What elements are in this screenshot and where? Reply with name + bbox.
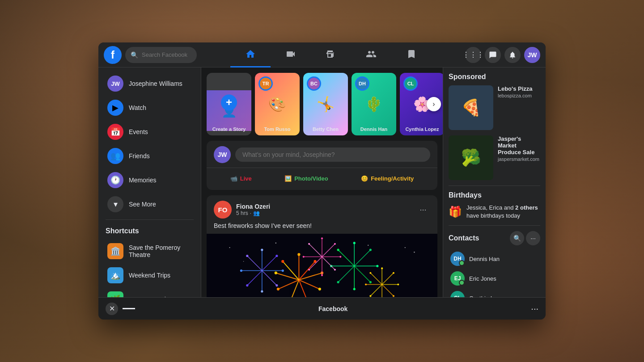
contacts-title: Contacts [449, 234, 508, 242]
story-create[interactable]: 👤 + Create a Story [207, 73, 251, 135]
live-icon: 📹 [230, 175, 237, 182]
svg-point-91 [334, 243, 336, 245]
svg-point-47 [246, 284, 248, 286]
svg-point-94 [321, 274, 323, 276]
watch-icon: ▶ [107, 100, 123, 116]
birthdays-title: Birthdays [449, 191, 540, 199]
svg-point-90 [321, 237, 323, 239]
feed-post-1: FO Fiona Ozeri 5 hrs · 👥 ··· Best firewo… [207, 195, 437, 297]
create-story-plus: + [221, 94, 237, 110]
svg-point-60 [376, 265, 378, 267]
tab-gaming[interactable] [391, 42, 432, 67]
video-icon [285, 49, 296, 59]
ad-jaspers[interactable]: 🥦 Jasper's Market Produce Sale jaspersma… [449, 135, 540, 180]
contacts-search-button[interactable]: 🔍 [510, 231, 524, 245]
svg-point-65 [337, 249, 339, 251]
live-button[interactable]: 📹 Live [225, 173, 257, 185]
shortcut-jaspers[interactable]: 🌿 Jasper's Market [102, 288, 197, 297]
left-sidebar: JW Josephine Williams ▶ Watch 📅 Events 👥… [98, 67, 201, 297]
post-time: 5 hrs [236, 210, 248, 216]
search-bar[interactable]: 🔍 [125, 47, 197, 63]
see-more-button-1[interactable]: ▾ See More [102, 193, 197, 216]
contact-dennis[interactable]: DH Dennis Han [449, 249, 540, 269]
story-betty-label: Betty Chen [303, 126, 348, 132]
close-button[interactable]: ✕ [106, 303, 118, 315]
contact-eric[interactable]: EJ Eric Jones [449, 269, 540, 288]
sidebar-item-watch[interactable]: ▶ Watch [102, 96, 197, 119]
post-more-button[interactable]: ··· [416, 202, 430, 217]
photo-label: Photo/Video [294, 175, 328, 182]
birthday-text: Jessica, Erica and 2 others have birthda… [466, 204, 540, 220]
svg-point-45 [275, 284, 278, 286]
jaspers-image: 🌿 [107, 291, 123, 297]
tab-groups[interactable] [351, 42, 391, 67]
ad-jaspers-image: 🥦 [449, 135, 493, 180]
messenger-button[interactable] [485, 47, 501, 63]
svg-point-46 [261, 290, 263, 292]
main-content: JW Josephine Williams ▶ Watch 📅 Events 👥… [98, 67, 546, 297]
stories-next-button[interactable]: › [427, 97, 441, 111]
contact-cynthia[interactable]: CL Cynthia Lopez [449, 288, 540, 297]
sidebar-item-memories[interactable]: 🕐 Memories [102, 168, 197, 192]
story-tom-label: Tom Russo [255, 126, 300, 132]
svg-point-79 [369, 295, 371, 297]
sidebar-item-events[interactable]: 📅 Events [102, 120, 197, 143]
ad-jaspers-url: jaspersmarket.com [498, 156, 540, 162]
svg-point-43 [275, 255, 278, 257]
composer-input[interactable] [235, 147, 430, 162]
composer-top: JW [214, 146, 430, 163]
ad-lebo-image: 🍕 [449, 85, 493, 130]
sidebar-item-profile[interactable]: JW Josephine Williams [102, 72, 197, 95]
profile-name: Josephine Williams [129, 80, 182, 87]
tab-home[interactable] [230, 42, 271, 67]
svg-point-102 [243, 261, 244, 262]
story-cynthia-label: Cynthia Lopez [400, 126, 443, 132]
svg-point-25 [297, 253, 300, 256]
svg-point-96 [303, 256, 305, 258]
ad-jaspers-title: Jasper's Market Produce Sale [498, 135, 540, 156]
post-composer: JW 📹 Live 🖼️ Photo/Video 😊 Feeli [207, 141, 437, 190]
menu-button[interactable]: ⋮⋮⋮ [465, 47, 481, 63]
svg-point-31 [277, 288, 280, 290]
story-cynthia-avatar: CL [403, 76, 418, 91]
events-label: Events [129, 128, 148, 135]
ad-lebo[interactable]: 🍕 Lebo's Pizza lebospizza.com [449, 85, 540, 130]
birthday-icon: 🎁 [449, 206, 462, 218]
birthday-text-suffix: have birthdays today [466, 212, 520, 219]
story-tom-russo[interactable]: 🎨 TR Tom Russo [255, 73, 300, 135]
birthdays-row: 🎁 Jessica, Erica and 2 others have birth… [449, 204, 540, 220]
composer-divider [207, 168, 437, 168]
minimize-button[interactable] [123, 308, 135, 309]
shortcut-pomeroy[interactable]: 🏛️ Save the Pomeroy Theatre [102, 240, 197, 263]
bottom-more-button[interactable]: ··· [531, 303, 538, 314]
groups-icon [366, 49, 377, 59]
svg-point-80 [365, 283, 367, 285]
ad-lebo-url: lebospizza.com [498, 93, 540, 98]
user-avatar-button[interactable]: JW [524, 47, 540, 63]
fb-logo[interactable]: f [104, 46, 122, 64]
post-author-info: Fiona Ozeri 5 hrs · 👥 [236, 203, 411, 216]
story-dennis-han[interactable]: 🌵 DH Dennis Han [352, 73, 396, 135]
shortcut-weekend[interactable]: 🏔️ Weekend Trips [102, 264, 197, 287]
photo-video-button[interactable]: 🖼️ Photo/Video [279, 173, 334, 185]
memories-icon: 🕐 [107, 172, 123, 188]
see-more-icon-1: ▾ [107, 196, 123, 212]
tab-watch[interactable] [271, 42, 311, 67]
contacts-more-button[interactable]: ··· [526, 231, 540, 245]
post-author-name[interactable]: Fiona Ozeri [236, 203, 411, 210]
notifications-button[interactable] [504, 47, 521, 63]
svg-point-63 [337, 281, 339, 283]
store-icon [326, 49, 336, 59]
sidebar-item-friends[interactable]: 👥 Friends [102, 144, 197, 168]
ad-jaspers-info: Jasper's Market Produce Sale jaspersmark… [498, 135, 540, 180]
tab-marketplace[interactable] [311, 42, 351, 67]
contact-cynthia-avatar: CL [450, 291, 465, 297]
story-betty-chen[interactable]: 🤸 BC Betty Chen [303, 73, 348, 135]
bottom-title: Facebook [135, 305, 531, 312]
pomeroy-image: 🏛️ [107, 243, 123, 259]
home-icon [245, 49, 256, 59]
search-input[interactable] [142, 51, 191, 58]
svg-point-101 [414, 252, 415, 253]
feeling-button[interactable]: 😊 Feeling/Activity [356, 173, 419, 185]
story-dennis-label: Dennis Han [352, 126, 396, 132]
